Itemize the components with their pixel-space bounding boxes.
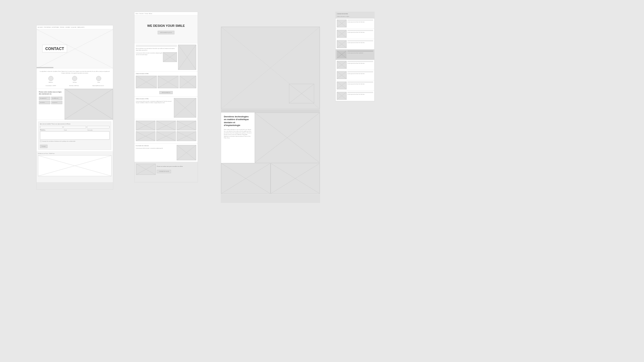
p2-final-img [177,145,196,160]
p2-s2-title: Cabinet dentaire & Offre [136,73,196,75]
panel1-hero: CONTACT [37,29,113,68]
thumb-desc-3: Lorem ipsum text here for this item [347,42,373,44]
thumb-desc-6: Lorem ipsum text here for this item [347,73,373,75]
address-detail: À la Rue: 2020 fois [69,85,79,87]
p4-thumb-2[interactable]: Lorem ipsum text here for this item [336,29,374,39]
p2-s3-body: Lorem ipsum dolor sit amet, consectetur … [136,101,173,104]
thumb-img-1 [337,20,347,27]
thumb-text-3: Lorem ipsum text here for this item [347,40,373,48]
thumb-title-line-2 [347,30,373,31]
contact-details-row: Consultation: 147€/H À la Rue: 2020 fois… [39,85,111,87]
panel2-navbar: Home Services Contact About [134,12,198,15]
thumb-img-2 [337,30,347,38]
hero-cta-button[interactable]: DÉCOUVRIR PLUS ICI [158,31,174,35]
footer-cta-title: Prenez un rendez-vous pour connaître nos… [157,166,196,167]
nav-item-3: TROUVE [60,27,65,28]
p4-header-label: CONTACTER NOTRE [337,13,373,15]
p2-final-text: Il est facile de s'informer Lorem ipsum … [136,145,176,160]
btn-lieudit[interactable]: lieuditfemme [51,97,63,100]
circles-container: Médecin Docteur Suivi [39,76,111,83]
map-placeholder [38,155,112,176]
p2-s1-main-img [178,45,196,70]
p2-final-title: Il est facile de s'informer [136,145,176,147]
p4-thumb-1[interactable]: Lorem ipsum text here for this item [336,18,374,29]
form-title: Que sert-on troubler? Tenez vos répercus… [40,123,110,125]
checkbox[interactable] [40,140,41,142]
p2-contact-btn[interactable]: CONTACTER NOUS [157,170,171,173]
thumb-desc-1: Lorem ipsum text here for this item [347,21,373,23]
panel2-bottom [134,177,198,182]
gallery-img-1 [136,121,155,130]
gallery-img-2 [156,121,176,130]
thumb-desc-4: Lorem ipsum text here selected [347,52,373,54]
btn-doctolib[interactable]: doctolib.fr [39,101,50,104]
thumb-text-6: Lorem ipsum text here for this item [347,71,373,79]
thumb-desc-5: Lorem ipsum text here for this item [347,63,373,64]
p2-discover-btn[interactable]: DÉCOUVRIR ICI [159,91,173,94]
submit-button[interactable]: Envoyer [40,145,48,148]
p3-grid-img2 [271,163,320,194]
booking-text-col: Prenez votre rendez-vous en ligne dès ma… [37,89,65,120]
hero-text: WE DESIGN YOUR SMILE DÉCOUVRIR PLUS ICI [147,24,185,35]
contact-heading-box: CONTACT [42,45,67,53]
panel-1-contact-wireframe: AU SUJET PROTHÈSES ESTHÉTISME TROUVE CON… [36,25,113,190]
p4-thumb-8[interactable]: Lorem ipsum text here for this item [336,91,374,101]
message-label: Message [40,129,110,131]
panel2-section2: Cabinet dentaire & Offre [134,72,198,97]
p2-s2-img1 [136,76,157,88]
p2-nav-1: Home [136,13,139,15]
form-fields-row: Votre nom Email Demander [40,126,110,128]
thumb-title-line-5 [347,61,373,62]
message-textarea[interactable] [40,131,110,140]
form-subject-field[interactable]: Demander [87,129,93,131]
panel3-top-area [221,27,320,109]
p4-thumb-5[interactable]: Lorem ipsum text here for this item [336,60,374,70]
nav-item-5: À LA UNE [71,27,76,28]
circle-3: Suivi [96,76,101,83]
panel-4-thumbnails: CONTACTER NOTRE Cabinet dentaire en lign… [335,12,375,101]
thumb-img-6 [337,71,347,79]
panel2-section1: Nos procédures vous permettent d'accéder… [134,43,198,72]
panel-3-large-wireframe: Dernières technologies en matière d'esth… [221,27,320,203]
panel2-hero: WE DESIGN YOUR SMILE DÉCOUVRIR PLUS ICI [134,15,198,43]
panel1-intro-text: La spécialiste a choisi de s'installer à… [39,71,111,74]
p2-s1-title-line [136,45,177,47]
thumb-text-1: Lorem ipsum text here for this item [347,20,373,27]
p2-s1-img1 [163,52,177,62]
panel1-navbar: AU SUJET PROTHÈSES ESTHÉTISME TROUVE CON… [37,25,113,29]
thumb-text-8: Lorem ipsum text here for this item [347,92,373,100]
form-email-field[interactable]: Email [64,129,67,131]
p2-s3-text: Cabinet dentaire & Offre Lorem ipsum dol… [136,98,173,118]
thumb-img-3 [337,40,347,48]
map-address: 123 Avenue de Paris, 75008 Paris [37,152,113,156]
p4-thumb-6[interactable]: Lorem ipsum text here for this item [336,70,374,80]
btn-docagenda[interactable]: docagenda.fr [39,97,50,100]
gallery-img-3 [177,121,196,130]
panel2-footer-cta: Prenez un rendez-vous pour connaître nos… [134,162,198,177]
thumb-img-4 [337,51,347,58]
panel2-section3: Cabinet dentaire & Offre Lorem ipsum dol… [134,97,198,119]
circle-2: Docteur [72,76,77,83]
panel2-gallery [134,119,198,144]
p4-thumb-4-selected[interactable]: Lorem ipsum text here selected [336,49,374,60]
thumb-title-line-4 [347,51,373,52]
thumb-text-2: Lorem ipsum text here for this item [347,30,373,38]
p4-thumb-3[interactable]: Lorem ipsum text here for this item [336,39,374,49]
checkbox-label: J'accepte les conditions d'utilisation d… [42,140,75,142]
gallery-img-6 [177,131,196,141]
p2-s2-img3 [179,76,196,88]
thumb-desc-7: Lorem ipsum text here for this item [347,83,373,85]
p4-thumb-7[interactable]: Lorem ipsum text here for this item [336,80,374,91]
thumb-img-7 [337,82,347,89]
p3-tech-title: Dernières technologies en matière d'esth… [224,115,252,127]
p4-header-sub: Cabinet dentaire en ligne [337,16,373,17]
nav-logo: AU SUJET [38,27,43,28]
thumb-title-line-3 [347,40,373,41]
hero-heading: WE DESIGN YOUR SMILE [147,24,185,27]
nav-item-1: PROTHÈSES [44,27,51,28]
circle-3-label: Suivi [96,82,101,83]
thumb-desc-2: Lorem ipsum text here for this item [347,32,373,33]
btn-autres[interactable]: et aussi ici [51,101,63,104]
p2-s1-body: Nos procédures vous permettent d'accéder… [136,48,177,51]
panel3-bottom-grid [221,163,320,194]
